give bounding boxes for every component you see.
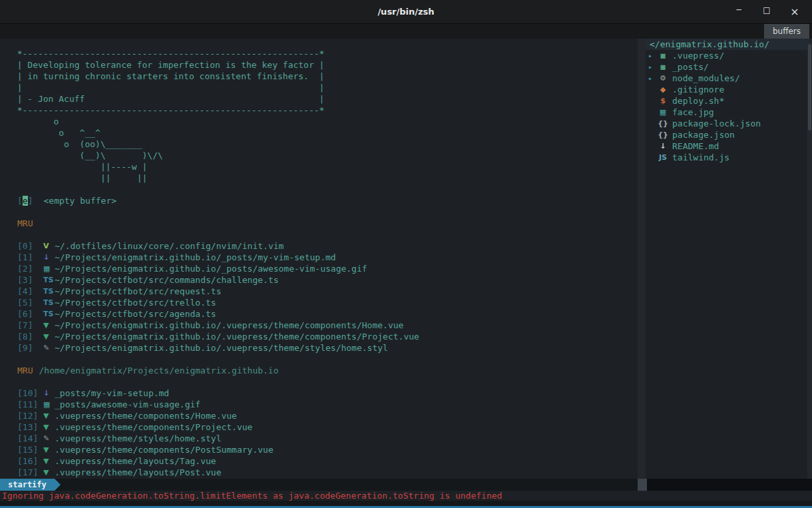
typescript-icon: TS bbox=[43, 286, 55, 297]
bottom-strip bbox=[0, 501, 812, 506]
explorer-item[interactable]: $ deploy.sh* bbox=[646, 95, 807, 107]
image-icon: ▦ bbox=[43, 399, 55, 410]
mru-entry[interactable]: [10] ↓ _posts/my-vim-setup.md bbox=[7, 387, 638, 399]
typescript-icon: TS bbox=[43, 308, 55, 320]
mru-entry[interactable]: [17] ▼ .vuepress/theme/layouts/Post.vue bbox=[7, 467, 638, 478]
titlebar[interactable]: /usr/bin/zsh ─ □ × bbox=[0, 0, 812, 24]
close-button[interactable]: × bbox=[789, 5, 800, 18]
startify-buffer[interactable]: *---------------------------------------… bbox=[0, 39, 638, 479]
index-bracket: [ bbox=[17, 196, 23, 206]
markdown-icon: ↓ bbox=[43, 252, 55, 263]
explorer-root[interactable]: </enigmatrix.github.io/ bbox=[646, 39, 807, 50]
mru-project-header: MRU/home/enigmatrix/Projects/enigmatrix.… bbox=[7, 365, 638, 376]
entry-index: [16] bbox=[17, 455, 43, 467]
index-bracket: ] bbox=[28, 196, 33, 206]
blank-line bbox=[7, 184, 638, 195]
quote-line: *---------------------------------------… bbox=[7, 48, 638, 59]
main-area: *---------------------------------------… bbox=[0, 39, 812, 479]
vue-icon: ▼ bbox=[43, 320, 55, 331]
cow-art-line: o ^__^ bbox=[7, 127, 638, 138]
mru-header: MRU bbox=[7, 218, 638, 229]
entry-index: [10] bbox=[17, 387, 43, 399]
mru-entry[interactable]: [3] TS ~/Projects/ctfbot/src/commands/ch… bbox=[7, 274, 638, 286]
mru-entry[interactable]: [15] ▼ .vuepress/theme/components/PostSu… bbox=[7, 444, 638, 455]
entry-path: ~/Projects/enigmatrix.github.io/_posts/m… bbox=[55, 252, 336, 263]
explorer-item[interactable]: ◆ .gitignore bbox=[646, 84, 807, 95]
mru-entry[interactable]: [8] ▼ ~/Projects/enigmatrix.github.io/.v… bbox=[7, 331, 638, 342]
explorer-item-label: deploy.sh* bbox=[672, 95, 724, 107]
mru-entry[interactable]: [7] ▼ ~/Projects/enigmatrix.github.io/.v… bbox=[7, 320, 638, 331]
cow-art-line: (__)\ )\/\ bbox=[7, 150, 638, 161]
json-icon: {} bbox=[656, 118, 670, 129]
mru-entry[interactable]: [9] ✎ ~/Projects/enigmatrix.github.io/.v… bbox=[7, 342, 638, 354]
expand-arrow-icon[interactable]: ▸ bbox=[646, 61, 656, 73]
mru-entry[interactable]: [14] ✎ .vuepress/theme/styles/home.styl bbox=[7, 433, 638, 444]
scrollbar-thumb[interactable] bbox=[808, 44, 811, 130]
statusline-right-segment bbox=[647, 479, 812, 491]
mru-entry[interactable]: [6] TS ~/Projects/ctfbot/src/agenda.ts bbox=[7, 308, 638, 320]
tabline: buffers bbox=[0, 24, 812, 39]
explorer-item[interactable]: ↓ README.md bbox=[646, 140, 807, 152]
mru-entry[interactable]: [16] ▼ .vuepress/theme/layouts/Tag.vue bbox=[7, 455, 638, 467]
maximize-button[interactable]: □ bbox=[761, 5, 772, 18]
explorer-item[interactable]: ▸ ◼ _posts/ bbox=[646, 61, 807, 73]
vue-icon: ▼ bbox=[43, 455, 55, 467]
mru-entry[interactable]: [13] ▼ .vuepress/theme/components/Projec… bbox=[7, 421, 638, 433]
explorer-item-label: node_modules/ bbox=[672, 73, 740, 84]
entry-path: .vuepress/theme/layouts/Tag.vue bbox=[55, 455, 216, 467]
blank-line bbox=[7, 376, 638, 387]
stylus-icon: ✎ bbox=[43, 433, 55, 444]
mru-project-path: /home/enigmatrix/Projects/enigmatrix.git… bbox=[39, 366, 278, 376]
editor-scrollbar[interactable] bbox=[638, 39, 646, 479]
explorer-item[interactable]: {} package.json bbox=[646, 129, 807, 140]
quote-box: *---------------------------------------… bbox=[7, 48, 638, 116]
entry-index: [6] bbox=[17, 308, 43, 320]
vim-icon: V bbox=[43, 240, 55, 252]
explorer-scrollbar[interactable] bbox=[807, 39, 812, 479]
mru-entry[interactable]: [0] V ~/.dotfiles/linux/core/.config/nvi… bbox=[7, 240, 638, 252]
cursor: e bbox=[23, 196, 28, 206]
explorer-item[interactable]: ▸ ◼ .vuepress/ bbox=[646, 50, 807, 61]
mru-entry[interactable]: [5] TS ~/Projects/ctfbot/src/trello.ts bbox=[7, 297, 638, 308]
buffers-tab[interactable]: buffers bbox=[764, 24, 809, 39]
gitignore-icon: ◆ bbox=[656, 84, 670, 95]
entry-path: ~/Projects/enigmatrix.github.io/_posts/a… bbox=[55, 263, 367, 274]
entry-index: [12] bbox=[17, 410, 43, 421]
explorer-item[interactable]: ▸ ⚙ node_modules/ bbox=[646, 73, 807, 84]
entry-index: [3] bbox=[17, 274, 43, 286]
image-icon: ▦ bbox=[656, 107, 670, 118]
js-icon: JS bbox=[656, 152, 670, 163]
minimize-button[interactable]: ─ bbox=[733, 5, 744, 18]
entry-path: ~/Projects/ctfbot/src/agenda.ts bbox=[55, 308, 216, 320]
vue-icon: ▼ bbox=[43, 421, 55, 433]
entry-path: ~/Projects/enigmatrix.github.io/.vuepres… bbox=[55, 331, 419, 342]
file-explorer[interactable]: </enigmatrix.github.io/ ▸ ◼ .vuepress/ ▸… bbox=[646, 39, 807, 479]
mru-entry[interactable]: [1] ↓ ~/Projects/enigmatrix.github.io/_p… bbox=[7, 252, 638, 263]
entry-path: _posts/my-vim-setup.md bbox=[55, 387, 169, 399]
mru-entry[interactable]: [4] TS ~/Projects/ctfbot/src/request.ts bbox=[7, 286, 638, 297]
mru-entry[interactable]: [12] ▼ .vuepress/theme/components/Home.v… bbox=[7, 410, 638, 421]
entry-path: ~/Projects/ctfbot/src/request.ts bbox=[55, 286, 221, 297]
empty-buffer-label: <empty buffer> bbox=[43, 196, 116, 206]
mru-entry[interactable]: [11] ▦ _posts/awesome-vim-usage.gif bbox=[7, 399, 638, 410]
explorer-item[interactable]: ▦ face.jpg bbox=[646, 107, 807, 118]
entry-index: [11] bbox=[17, 399, 43, 410]
markdown-icon: ↓ bbox=[43, 387, 55, 399]
explorer-item-label: face.jpg bbox=[672, 107, 714, 118]
startify-empty-buffer[interactable]: [e]<empty buffer> bbox=[7, 195, 638, 206]
explorer-item[interactable]: JS tailwind.js bbox=[646, 152, 807, 163]
vue-icon: ▼ bbox=[43, 410, 55, 421]
cow-art-line: o (oo)\_______ bbox=[7, 138, 638, 150]
node-modules-icon: ⚙ bbox=[656, 73, 670, 84]
powerline-arrow-icon bbox=[55, 479, 61, 491]
explorer-item[interactable]: {} package-lock.json bbox=[646, 118, 807, 129]
terminal-window: /usr/bin/zsh ─ □ × buffers *------------… bbox=[0, 0, 812, 508]
entry-path: .vuepress/theme/layouts/Post.vue bbox=[55, 467, 221, 478]
statusline-fill bbox=[61, 479, 638, 491]
expand-arrow-icon[interactable]: ▸ bbox=[646, 73, 656, 84]
expand-arrow-icon[interactable]: ▸ bbox=[646, 50, 656, 61]
mru-entry[interactable]: [2] ▦ ~/Projects/enigmatrix.github.io/_p… bbox=[7, 263, 638, 274]
quote-line: | in turning chronic starters into consi… bbox=[7, 71, 638, 82]
entry-path: ~/.dotfiles/linux/core/.config/nvim/init… bbox=[55, 240, 284, 252]
quote-line: *---------------------------------------… bbox=[7, 105, 638, 116]
